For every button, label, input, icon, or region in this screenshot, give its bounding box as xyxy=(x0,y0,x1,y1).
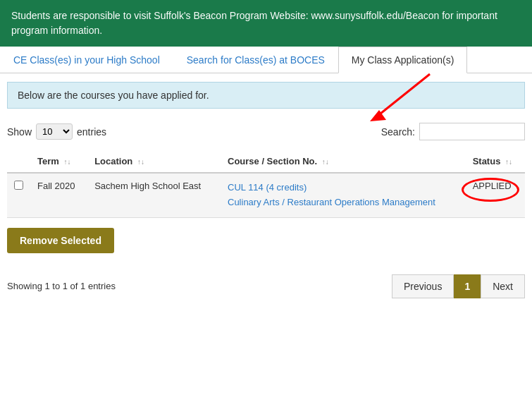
remove-selected-button[interactable]: Remove Selected xyxy=(7,228,114,253)
row-checkbox-cell xyxy=(7,173,30,217)
row-checkbox[interactable] xyxy=(14,181,23,190)
row-status: APPLIED xyxy=(466,173,525,217)
info-box: Below are the courses you have applied f… xyxy=(7,82,525,109)
entries-select[interactable]: 10 25 50 100 xyxy=(36,123,73,140)
search-input[interactable] xyxy=(419,123,525,140)
footer: Showing 1 to 1 of 1 entries Previous 1 N… xyxy=(0,267,532,305)
col-header-term: Term ↑↓ xyxy=(30,150,87,173)
entries-label: entries xyxy=(77,126,106,138)
banner: Students are responsible to visit Suffol… xyxy=(0,0,532,47)
tab-boces-classes[interactable]: Search for Class(es) at BOCES xyxy=(173,47,338,73)
status-text: APPLIED xyxy=(473,181,512,191)
table-controls: Show 10 25 50 100 entries Search: xyxy=(0,117,532,146)
course-sort-icon[interactable]: ↑↓ xyxy=(322,158,329,166)
row-term: Fall 2020 xyxy=(30,173,87,217)
col-header-checkbox xyxy=(7,150,30,173)
course-name: Culinary Arts / Restaurant Operations Ma… xyxy=(228,195,459,210)
banner-text: Students are responsible to visit Suffol… xyxy=(11,10,497,36)
row-course: CUL 114 (4 credits) Culinary Arts / Rest… xyxy=(221,173,466,217)
showing-text: Showing 1 to 1 of 1 entries xyxy=(7,281,116,291)
col-header-course: Course / Section No. ↑↓ xyxy=(221,150,466,173)
show-label: Show xyxy=(7,126,32,138)
tab-my-applications[interactable]: My Class Application(s) xyxy=(338,47,468,73)
current-page: 1 xyxy=(454,274,481,298)
tab-ce-classes[interactable]: CE Class(es) in your High School xyxy=(0,47,173,73)
search-label: Search: xyxy=(381,126,415,138)
show-entries-control: Show 10 25 50 100 entries xyxy=(7,123,106,140)
pagination: Previous 1 Next xyxy=(392,274,525,298)
search-box: Search: xyxy=(381,123,525,140)
term-sort-icon[interactable]: ↑↓ xyxy=(63,158,70,166)
table-row: Fall 2020 Sachem High School East CUL 11… xyxy=(7,173,525,217)
next-button[interactable]: Next xyxy=(481,274,525,298)
location-sort-icon[interactable]: ↑↓ xyxy=(137,158,144,166)
previous-button[interactable]: Previous xyxy=(392,274,454,298)
col-header-status: Status ↑↓ xyxy=(466,150,525,173)
tabs-container: CE Class(es) in your High School Search … xyxy=(0,47,532,73)
table-header-row: Term ↑↓ Location ↑↓ Course / Section No.… xyxy=(7,150,525,173)
course-code: CUL 114 (4 credits) xyxy=(228,181,459,195)
row-location: Sachem High School East xyxy=(87,173,221,217)
col-header-location: Location ↑↓ xyxy=(87,150,221,173)
status-sort-icon[interactable]: ↑↓ xyxy=(505,158,512,166)
courses-table: Term ↑↓ Location ↑↓ Course / Section No.… xyxy=(7,150,525,218)
